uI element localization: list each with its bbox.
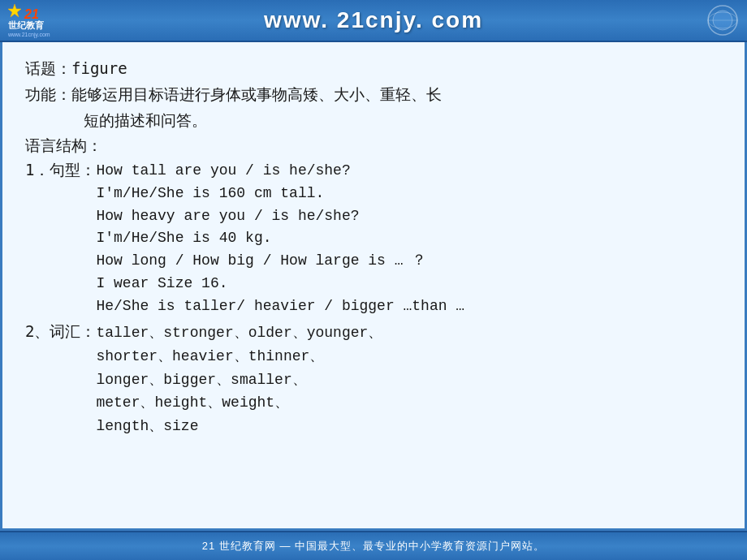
section2-label: 词汇：	[50, 322, 96, 340]
section1-num: 1．	[25, 161, 50, 179]
vocab-block: taller、stronger、older、younger、 shorter、h…	[96, 321, 382, 438]
sentence-0: How tall are you / is he/she?	[96, 160, 464, 183]
page-wrapper: 21 世纪教育 www.21cnjy.com www. 21cnjy. com …	[0, 0, 747, 560]
sentence-6: He/She is taller/ heavier / bigger …than…	[96, 295, 464, 318]
header-logo: 21 世纪教育 www.21cnjy.com	[6, 2, 71, 38]
section2-num: 2、	[25, 322, 50, 340]
header: 21 世纪教育 www.21cnjy.com www. 21cnjy. com	[0, 0, 747, 42]
vocab-4: length、size	[96, 415, 382, 438]
svg-text:21: 21	[24, 7, 39, 21]
topic-label: 话题：	[25, 59, 71, 77]
structure-header: 语言结构：	[25, 134, 722, 157]
footer: 21 世纪教育网 — 中国最大型、最专业的中小学教育资源门户网站。	[0, 531, 747, 560]
function-label: 功能：	[25, 85, 71, 103]
footer-text: 21 世纪教育网 — 中国最大型、最专业的中小学教育资源门户网站。	[202, 539, 545, 554]
vocab-3: meter、height、weight、	[96, 391, 382, 415]
section1-header: 1．句型：	[25, 160, 96, 320]
section1-label: 句型：	[50, 161, 96, 179]
svg-text:www.21cnjy.com: www.21cnjy.com	[7, 32, 50, 38]
header-title: www. 21cnjy. com	[264, 7, 483, 33]
deco-svg	[705, 4, 741, 37]
header-deco-right	[705, 4, 741, 37]
sentence-4: How long / How big / How large is … ？	[96, 250, 464, 273]
svg-marker-0	[8, 4, 21, 17]
vocab-2: longer、bigger、smaller、	[96, 368, 382, 392]
vocab-1: shorter、heavier、thinner、	[96, 345, 382, 368]
sentence-1: I'm/He/She is 160 cm tall.	[96, 183, 464, 205]
function-line-2: 短的描述和问答。	[25, 109, 722, 132]
svg-text:世纪教育: 世纪教育	[8, 19, 45, 30]
topic-line: 话题：figure	[25, 57, 722, 80]
main-content: 话题：figure 功能：能够运用目标语进行身体或事物高矮、大小、重轻、长 短的…	[0, 42, 747, 531]
logo-svg: 21 世纪教育 www.21cnjy.com	[6, 2, 71, 38]
vocab-0: taller、stronger、older、younger、	[96, 321, 382, 345]
topic-value: figure	[71, 59, 127, 77]
structure-label: 语言结构：	[25, 136, 102, 154]
sentence-2: How heavy are you / is he/she?	[96, 205, 464, 228]
function-value: 能够运用目标语进行身体或事物高矮、大小、重轻、长	[71, 85, 442, 103]
section2-header: 2、词汇：	[25, 321, 96, 438]
section2-row: 2、词汇： taller、stronger、older、younger、 sho…	[25, 321, 722, 438]
function-value2: 短的描述和问答。	[84, 111, 207, 129]
sentence-block: How tall are you / is he/she? I'm/He/She…	[96, 160, 464, 318]
sentence-5: I wear Size 16.	[96, 273, 464, 295]
function-line-1: 功能：能够运用目标语进行身体或事物高矮、大小、重轻、长	[25, 83, 722, 106]
section1-row: 1．句型： How tall are you / is he/she? I'm/…	[25, 160, 722, 320]
sentence-3: I'm/He/She is 40 kg.	[96, 227, 464, 250]
